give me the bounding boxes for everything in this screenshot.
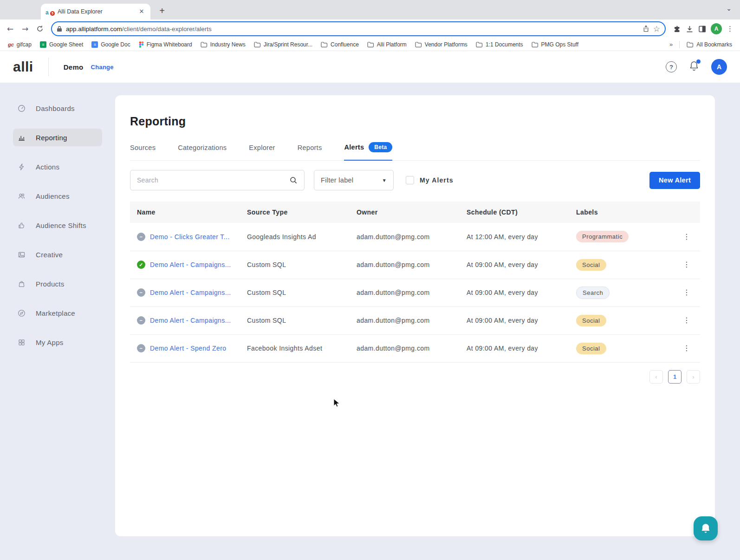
compass-icon <box>18 309 26 317</box>
table-row: −Demo Alert - Campaigns... Custom SQL ad… <box>130 306 700 334</box>
my-alerts-label: My Alerts <box>420 176 454 184</box>
extensions-icon[interactable] <box>673 25 681 33</box>
col-header-schedule[interactable]: Schedule (CDT) <box>460 202 569 223</box>
current-page-button[interactable]: 1 <box>668 370 682 384</box>
pagination: ‹ 1 › <box>130 370 700 384</box>
folder-icon <box>321 42 328 47</box>
alert-name-link[interactable]: Demo Alert - Spend Zero <box>150 345 227 352</box>
bookmarks-divider <box>679 41 680 48</box>
status-icon: − <box>137 288 145 297</box>
sidebar-item-audience-shifts[interactable]: Audience Shifts <box>13 216 102 234</box>
tab-sources[interactable]: Sources <box>130 142 156 160</box>
row-menu-icon[interactable]: ⋮ <box>681 318 692 323</box>
sidebar-item-my-apps[interactable]: My Apps <box>13 333 102 351</box>
gauge-icon <box>18 104 26 112</box>
next-page-button[interactable]: › <box>687 370 700 384</box>
bookmark-gifcap[interactable]: gcgifcap <box>5 40 35 49</box>
status-icon: − <box>137 344 145 352</box>
row-menu-icon[interactable]: ⋮ <box>681 290 692 295</box>
bookmark-google-doc[interactable]: ≡Google Doc <box>88 40 133 49</box>
new-tab-button[interactable]: + <box>156 5 168 17</box>
sidebar: Dashboards Reporting Actions Audiences A… <box>0 83 115 560</box>
sidebar-item-audiences[interactable]: Audiences <box>13 187 102 205</box>
row-menu-icon[interactable]: ⋮ <box>681 262 692 267</box>
table-row: −Demo Alert - Campaigns... Custom SQL ad… <box>130 279 700 306</box>
tab-close-icon[interactable]: ✕ <box>137 7 146 16</box>
bookmark-jira-sprint[interactable]: Jira/Sprint Resour... <box>251 40 316 49</box>
alert-name-link[interactable]: Demo Alert - Campaigns... <box>150 317 231 324</box>
new-alert-button[interactable]: New Alert <box>649 172 700 189</box>
bookmark-google-sheet[interactable]: ≡Google Sheet <box>37 40 86 49</box>
tab-title: Alli Data Explorer <box>58 8 134 15</box>
user-avatar[interactable]: A <box>711 59 727 75</box>
bookmarks-bar: gcgifcap ≡Google Sheet ≡Google Doc Figma… <box>0 38 740 51</box>
col-header-labels[interactable]: Labels <box>569 202 674 223</box>
tab-explorer[interactable]: Explorer <box>249 142 275 160</box>
bookmark-confluence[interactable]: Confluence <box>318 40 362 49</box>
browser-tab[interactable]: a5 Alli Data Explorer ✕ <box>41 4 150 20</box>
label-pill: Social <box>576 259 606 271</box>
tab-search-chevron-icon[interactable]: ⌄ <box>726 5 732 12</box>
browser-toolbar: ← → app.alliplatform.com/client/demo/dat… <box>0 20 740 38</box>
label-pill: Programmatic <box>576 231 629 242</box>
tab-reports[interactable]: Reports <box>298 142 322 160</box>
alert-name-link[interactable]: Demo Alert - Campaigns... <box>150 289 231 296</box>
sidebar-item-marketplace[interactable]: Marketplace <box>13 304 102 322</box>
change-client-link[interactable]: Change <box>91 64 114 71</box>
my-alerts-checkbox[interactable] <box>406 176 414 184</box>
apps-icon <box>18 339 26 346</box>
notifications-button[interactable] <box>689 60 699 73</box>
tab-categorizations[interactable]: Categorizations <box>178 142 227 160</box>
row-menu-icon[interactable]: ⋮ <box>681 346 692 351</box>
url-text: app.alliplatform.com/client/demo/data-ex… <box>66 26 639 33</box>
folder-icon <box>254 42 261 47</box>
sidebar-item-actions[interactable]: Actions <box>13 158 102 176</box>
folder-icon <box>687 42 694 47</box>
sidebar-item-reporting[interactable]: Reporting <box>13 129 102 146</box>
forward-button[interactable]: → <box>19 22 32 35</box>
alert-name-link[interactable]: Demo Alert - Campaigns... <box>150 261 231 268</box>
col-header-owner[interactable]: Owner <box>350 202 460 223</box>
bookmarks-overflow-chevron[interactable]: » <box>667 41 675 48</box>
download-icon[interactable] <box>686 25 694 33</box>
alli-logo[interactable]: alli <box>13 59 33 75</box>
bookmark-pmg-ops[interactable]: PMG Ops Stuff <box>528 40 582 49</box>
col-header-source-type[interactable]: Source Type <box>240 202 350 223</box>
bookmark-vendor-platforms[interactable]: Vendor Platforms <box>412 40 471 49</box>
prev-page-button[interactable]: ‹ <box>649 370 663 384</box>
gifcap-icon: gc <box>8 42 14 47</box>
sidebar-item-products[interactable]: Products <box>13 275 102 293</box>
share-icon[interactable] <box>643 25 649 33</box>
owner-cell: adam.dutton@pmg.com <box>350 223 460 251</box>
sidebar-item-dashboards[interactable]: Dashboards <box>13 99 102 117</box>
browser-menu-icon[interactable]: ⋮ <box>727 25 734 33</box>
reload-button[interactable] <box>33 22 46 35</box>
back-button[interactable]: ← <box>4 22 17 35</box>
bookmark-alli-platform[interactable]: Alli Platform <box>364 40 410 49</box>
bookmark-industry-news[interactable]: Industry News <box>197 40 249 49</box>
mouse-cursor <box>333 398 341 409</box>
side-panel-icon[interactable] <box>698 25 706 33</box>
col-header-name[interactable]: Name <box>130 202 240 223</box>
bookmark-figma[interactable]: Figma Whiteboard <box>136 40 195 49</box>
all-bookmarks[interactable]: All Bookmarks <box>683 40 735 49</box>
client-name: Demo <box>64 63 84 71</box>
row-menu-icon[interactable]: ⋮ <box>681 234 692 239</box>
my-alerts-control: My Alerts <box>406 176 454 184</box>
browser-profile-avatar[interactable]: A <box>711 23 722 34</box>
table-row: ✓Demo Alert - Campaigns... Custom SQL ad… <box>130 251 700 279</box>
sidebar-item-creative[interactable]: Creative <box>13 246 102 263</box>
bookmark-star-icon[interactable]: ☆ <box>653 24 660 33</box>
url-bar[interactable]: app.alliplatform.com/client/demo/data-ex… <box>51 21 666 36</box>
owner-cell: adam.dutton@pmg.com <box>350 306 460 334</box>
notifications-widget-button[interactable] <box>694 516 718 540</box>
search-input[interactable] <box>137 176 290 184</box>
tab-alerts[interactable]: Alerts Beta <box>344 142 392 161</box>
alert-name-link[interactable]: Demo - Clicks Greater T... <box>150 233 230 241</box>
alerts-table: Name Source Type Owner Schedule (CDT) La… <box>130 202 700 363</box>
bookmark-11-documents[interactable]: 1:1 Documents <box>473 40 526 49</box>
search-box[interactable] <box>130 170 305 190</box>
folder-icon <box>201 42 208 47</box>
help-icon[interactable]: ? <box>666 61 677 72</box>
filter-label-select[interactable]: Filter label ▼ <box>314 170 394 190</box>
